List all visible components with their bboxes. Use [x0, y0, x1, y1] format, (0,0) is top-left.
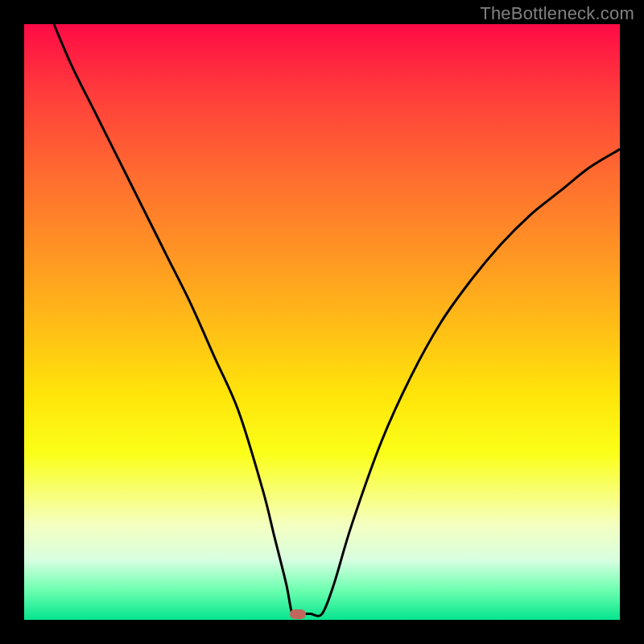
- optimal-marker: [290, 609, 306, 619]
- curve-path: [54, 24, 620, 616]
- chart-frame: TheBottleneck.com: [0, 0, 644, 644]
- watermark-text: TheBottleneck.com: [480, 3, 634, 24]
- bottleneck-curve: [24, 24, 620, 620]
- plot-area: [24, 24, 620, 620]
